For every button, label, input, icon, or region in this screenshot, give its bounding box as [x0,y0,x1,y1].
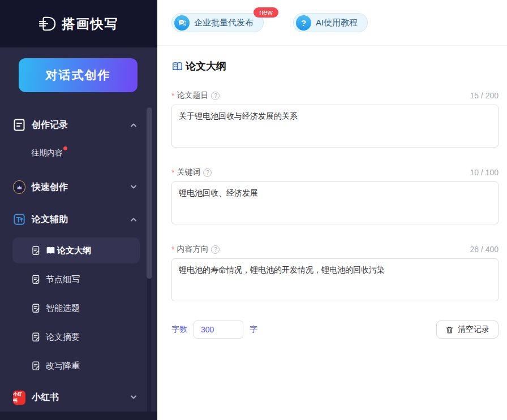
open-book-icon [171,62,183,71]
sidebar-item-quick-creation[interactable]: 快速创作 [0,179,157,196]
pill-label: 企业批量代发布 [194,18,254,28]
word-count-input[interactable] [194,321,243,339]
sidebar-item-smart-topic[interactable]: 智能选题 [12,295,140,321]
required-mark: * [171,245,174,254]
doc-pen-icon [32,361,40,371]
form-footer: 字数 字 清空记录 [171,321,499,339]
submenu-item-label: 论文摘要 [46,332,80,343]
document-icon [13,119,25,131]
pill-label: AI使用教程 [316,18,358,28]
field-label: 内容方向 [177,244,208,254]
field-paper-title: * 论文题目 ? 15 / 200 关于锂电池回收与经济发展的关系 [171,90,499,150]
dialog-creation-button[interactable]: 对话式创作 [19,58,138,92]
sidebar-item-paper-abstract[interactable]: 论文摘要 [12,324,140,350]
sidebar-scrollbar-thumb[interactable] [147,107,152,279]
sidebar-item-label: 小红书 [32,392,59,404]
submenu-item-label: 论文大纲 [57,245,91,256]
main-area: 企业批量代发布 new ? AI使用教程 论文大纲 * 论文题目 ? 15 / … [157,0,507,420]
sidebar-scrollbar-track [147,279,151,420]
new-badge: new [254,7,278,18]
sidebar-bottom-strip [0,412,157,420]
ai-tutorial-button[interactable]: ? AI使用教程 [293,13,368,32]
doc-pen-icon [32,246,40,256]
sidebar-item-paper-outline[interactable]: 论文大纲 [12,237,140,263]
char-counter: 15 / 200 [470,91,499,100]
paper-assist-submenu: 论文大纲 节点细写 智能选题 论文摘要 改写降重 [12,237,140,379]
sidebar-item-label: 快速创作 [32,181,68,193]
required-mark: * [171,168,174,177]
xiaohongshu-icon: 小红书 [13,391,25,405]
word-count-unit: 字 [250,324,257,335]
submenu-item-label: 改写降重 [46,361,80,371]
paper-assist-icon [13,213,25,226]
sidebar-item-past-content[interactable]: 往期内容 [0,148,63,158]
question-mark-icon: ? [296,15,311,31]
char-counter: 10 / 100 [470,168,499,177]
app-logo[interactable]: 搭画快写 [0,0,157,47]
sidebar: 搭画快写 对话式创作 创作记录 往期内容 [0,0,157,420]
sidebar-item-label: 创作记录 [32,119,68,131]
clear-records-button[interactable]: 清空记录 [436,321,499,339]
notification-dot [63,146,67,150]
doc-pen-icon [32,275,40,284]
help-icon[interactable]: ? [211,92,220,100]
app-title: 搭画快写 [62,15,119,33]
paper-title-input[interactable]: 关于锂电池回收与经济发展的关系 [171,105,499,148]
trash-icon [445,326,454,334]
doc-pen-icon [32,304,40,313]
page-title-text: 论文大纲 [186,59,226,73]
sidebar-item-xiaohongshu[interactable]: 小红书 小红书 [0,389,157,406]
sidebar-subitem-label: 往期内容 [31,148,63,158]
chevron-up-icon [130,123,137,127]
crown-icon [13,180,25,194]
submenu-item-label: 节点细写 [46,274,80,285]
submenu-item-label: 智能选题 [46,303,80,314]
sidebar-item-label: 论文辅助 [32,214,68,226]
open-book-icon [46,246,55,254]
logo-icon [39,15,57,33]
chevron-up-icon [130,217,137,222]
field-keywords: * 关键词 ? 10 / 100 锂电池回收、经济发展 [171,167,499,227]
sidebar-item-node-writing[interactable]: 节点细写 [12,266,140,292]
char-counter: 26 / 400 [470,245,499,254]
help-icon[interactable]: ? [211,245,220,254]
help-icon[interactable]: ? [203,168,212,177]
keywords-input[interactable]: 锂电池回收、经济发展 [171,181,499,224]
enterprise-batch-publish-button[interactable]: 企业批量代发布 new [171,13,264,32]
chevron-down-icon [130,395,137,400]
field-label: 论文题目 [177,90,208,101]
required-mark: * [171,91,174,100]
chevron-down-icon [130,185,137,189]
word-count-label: 字数 [171,324,187,335]
page-title: 论文大纲 [171,59,499,73]
sidebar-item-rewrite-dedup[interactable]: 改写降重 [12,353,140,379]
top-header: 企业批量代发布 new ? AI使用教程 [157,0,507,46]
paper-outline-form: 论文大纲 * 论文题目 ? 15 / 200 关于锂电池回收与经济发展的关系 *… [157,46,507,339]
clear-records-label: 清空记录 [458,324,489,335]
sidebar-item-creation-records[interactable]: 创作记录 [0,116,157,133]
field-label: 关键词 [177,167,200,177]
doc-pen-icon [32,332,40,342]
chat-bubbles-icon [174,15,190,31]
field-content-direction: * 内容方向 ? 26 / 400 锂电池的寿命情况，锂电池的开发情况，锂电池的… [171,244,499,304]
sidebar-item-paper-assist[interactable]: 论文辅助 [0,211,157,228]
content-direction-input[interactable]: 锂电池的寿命情况，锂电池的开发情况，锂电池的回收污染 [171,258,499,301]
